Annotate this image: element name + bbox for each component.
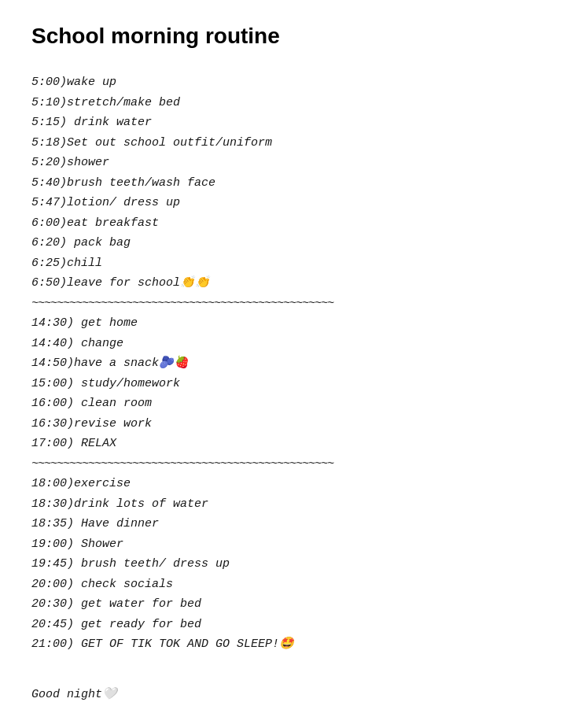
list-item: 14:50)have a snack🫐🍓 <box>31 353 547 374</box>
list-item: 19:45) brush teeth/ dress up <box>31 554 547 575</box>
routine-list: 5:00)wake up5:10)stretch/make bed5:15) d… <box>31 72 547 655</box>
list-item: 20:00) check socials <box>31 575 547 595</box>
list-item: 18:30)drink lots of water <box>31 494 547 515</box>
list-item: 5:18)Set out school outfit/uniform <box>31 133 547 153</box>
list-item: 6:50)leave for school👏👏 <box>31 273 547 294</box>
page-title: School morning routine <box>31 24 547 49</box>
good-night-text: Good night🤍 <box>31 686 547 701</box>
list-item: 14:30) get home <box>31 313 547 334</box>
list-item: 5:00)wake up <box>31 72 547 93</box>
list-item: 15:00) study/homework <box>31 374 547 394</box>
list-item: 16:30)revise work <box>31 414 547 434</box>
list-item: 6:00)eat breakfast <box>31 213 547 234</box>
list-item: 5:15) drink water <box>31 113 547 133</box>
list-item: 5:10)stretch/make bed <box>31 93 547 113</box>
list-item: 20:30) get water for bed <box>31 594 547 615</box>
list-item: 18:00)exercise <box>31 474 547 494</box>
list-item: 16:00) clean room <box>31 394 547 414</box>
list-item: 21:00) GET OF TIK TOK AND GO SLEEP!🤩 <box>31 634 547 655</box>
list-item: 6:20) pack bag <box>31 233 547 253</box>
list-item: 5:20)shower <box>31 153 547 173</box>
list-item: 20:45) get ready for bed <box>31 615 547 635</box>
list-item: 19:00) Shower <box>31 534 547 555</box>
list-item: ~~~~~~~~~~~~~~~~~~~~~~~~~~~~~~~~~~~~~~~~… <box>31 454 547 475</box>
list-item: 5:47)lotion/ dress up <box>31 193 547 213</box>
list-item: 17:00) RELAX <box>31 434 547 454</box>
list-item: 14:40) change <box>31 334 547 354</box>
list-item: 18:35) Have dinner <box>31 514 547 534</box>
list-item: 6:25)chill <box>31 253 547 274</box>
list-item: ~~~~~~~~~~~~~~~~~~~~~~~~~~~~~~~~~~~~~~~~… <box>31 294 547 314</box>
list-item: 5:40)brush teeth/wash face <box>31 173 547 194</box>
